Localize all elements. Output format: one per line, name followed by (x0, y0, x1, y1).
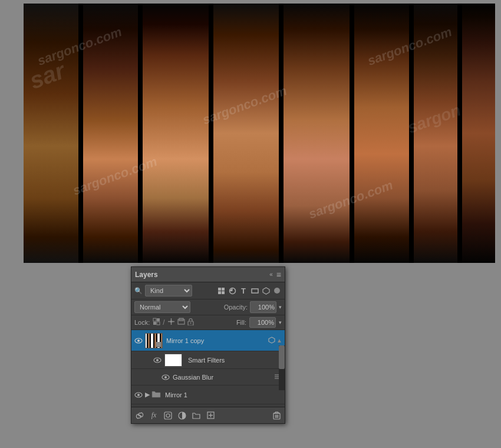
opacity-input[interactable] (250, 301, 276, 313)
filter-row: 🔍 Kind T (131, 282, 285, 299)
opacity-label: Opacity: (224, 304, 248, 311)
gaussian-blur-item[interactable]: Gaussian Blur (131, 369, 285, 386)
kind-select[interactable]: Kind (145, 285, 192, 297)
svg-rect-5 (252, 289, 258, 293)
svg-rect-6 (153, 318, 156, 321)
lock-image-icon[interactable]: / (163, 318, 164, 327)
panel-bottom-toolbar: fx (131, 407, 285, 423)
layers-list: Mirror 1 copy ▲ Smart Filters (131, 330, 285, 407)
new-layer-icon[interactable] (205, 410, 216, 421)
fill-label: Fill: (236, 319, 246, 326)
fill-input[interactable] (249, 317, 276, 328)
smart-filters-label: Smart Filters (188, 357, 282, 364)
smart-filters-eye[interactable] (153, 355, 162, 365)
smart-filter-icon[interactable] (261, 286, 271, 295)
layers-panel: Layers « ≡ 🔍 Kind T (131, 266, 285, 424)
svg-rect-7 (157, 318, 160, 321)
layers-scroll-container: Mirror 1 copy ▲ Smart Filters (131, 330, 285, 407)
filter-search-icon: 🔍 (134, 287, 143, 295)
portrait-slice-1 (24, 4, 78, 263)
layer-thumb-mirror1copy (145, 333, 163, 348)
svg-rect-2 (218, 291, 221, 294)
svg-rect-3 (222, 291, 225, 294)
fill-arrow: ▾ (279, 319, 282, 325)
svg-point-28 (137, 394, 140, 396)
gaussian-blur-label: Gaussian Blur (173, 374, 274, 381)
add-mask-icon[interactable] (162, 410, 174, 421)
layer-name-mirror1: Mirror 1 (165, 391, 282, 398)
layer-mirror1copy[interactable]: Mirror 1 copy ▲ (131, 330, 285, 351)
lock-label: Lock: (134, 319, 150, 326)
adjustment-layer-icon[interactable] (176, 410, 188, 421)
fx-icon[interactable]: fx (148, 410, 160, 421)
panel-header: Layers « ≡ (131, 267, 285, 282)
svg-point-12 (170, 321, 172, 323)
portrait-slice-6 (354, 4, 409, 263)
separator-3 (209, 4, 213, 263)
portrait-slice-7 (414, 4, 457, 263)
svg-rect-9 (157, 322, 160, 325)
gaussian-blur-eye[interactable] (161, 373, 170, 382)
svg-point-22 (164, 376, 167, 378)
portrait-slice-8 (462, 4, 495, 263)
separator-7 (457, 4, 462, 263)
lock-icons: / (153, 318, 193, 327)
portrait-slice-3 (143, 4, 209, 263)
separator-4 (279, 4, 284, 263)
svg-rect-29 (164, 412, 172, 419)
adjustment-filter-icon[interactable] (228, 286, 237, 295)
group-layers-icon[interactable] (190, 410, 202, 421)
blend-row: Normal Opacity: ▾ (131, 299, 285, 315)
layer-arrow-icon: ▲ (276, 337, 282, 344)
portrait-image (24, 4, 495, 263)
collapse-icon[interactable]: « (269, 271, 273, 278)
filter-toggle[interactable] (272, 286, 282, 295)
separator-1 (78, 4, 83, 263)
link-layers-icon[interactable] (134, 410, 146, 421)
lock-position-icon[interactable] (167, 318, 175, 327)
separator-2 (138, 4, 143, 263)
smart-filters-thumb (164, 354, 182, 367)
lock-transparent-icon[interactable] (153, 318, 160, 327)
panel-header-icons: « ≡ (269, 270, 281, 279)
panel-menu-icon[interactable]: ≡ (276, 270, 281, 279)
scroll-thumb[interactable] (279, 345, 285, 369)
group-collapse-icon[interactable]: ▶ (145, 391, 150, 398)
svg-rect-8 (153, 322, 156, 325)
scroll-area[interactable] (279, 345, 285, 390)
lock-all-icon[interactable] (187, 318, 194, 327)
svg-rect-0 (218, 288, 221, 291)
canvas-area: sargonco.com sargonco.com sar sargonco.c… (24, 4, 495, 263)
layer-mirror1-group[interactable]: ▶ Mirror 1 (131, 386, 285, 404)
svg-point-30 (166, 414, 170, 417)
svg-point-20 (156, 359, 159, 361)
svg-point-18 (137, 340, 140, 342)
filter-icons: T (216, 286, 282, 295)
lock-row: Lock: / Fill: ▾ (131, 315, 285, 330)
separator-6 (409, 4, 414, 263)
smart-filters-item[interactable]: Smart Filters (131, 351, 285, 369)
shape-filter-icon[interactable] (250, 286, 259, 295)
layer-name-mirror1copy: Mirror 1 copy (166, 337, 266, 344)
delete-layer-icon[interactable] (271, 410, 282, 421)
layer-smartobject-icon (268, 337, 275, 345)
smart-badge (156, 342, 161, 347)
opacity-arrow: ▾ (279, 304, 282, 310)
blend-mode-select[interactable]: Normal (134, 301, 190, 313)
layer-eye-icon-mirror1copy[interactable] (134, 336, 143, 345)
lock-artboard-icon[interactable] (177, 318, 185, 327)
portrait-slice-4 (213, 4, 279, 263)
panel-title: Layers (135, 271, 158, 279)
svg-point-16 (190, 322, 191, 324)
separator-5 (350, 4, 354, 263)
pixel-filter-icon[interactable] (216, 286, 226, 295)
layer-eye-icon-mirror1[interactable] (134, 390, 143, 400)
outer-canvas: sargonco.com sargonco.com sar sargonco.c… (0, 0, 501, 448)
svg-rect-1 (222, 288, 225, 291)
type-filter-icon[interactable]: T (239, 286, 248, 295)
folder-icon (151, 390, 161, 400)
portrait-slice-5 (284, 4, 350, 263)
portrait-slice-2 (83, 4, 138, 263)
